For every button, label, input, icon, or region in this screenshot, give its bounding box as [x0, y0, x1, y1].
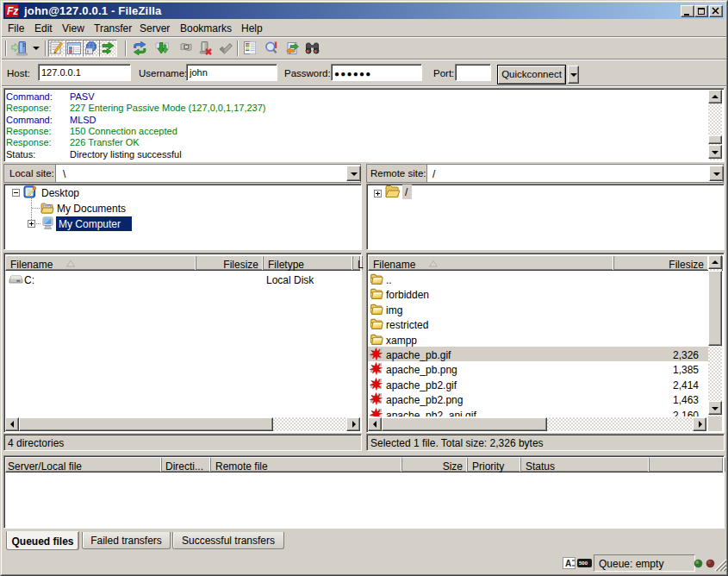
svg-text:Fz: Fz [7, 5, 18, 17]
